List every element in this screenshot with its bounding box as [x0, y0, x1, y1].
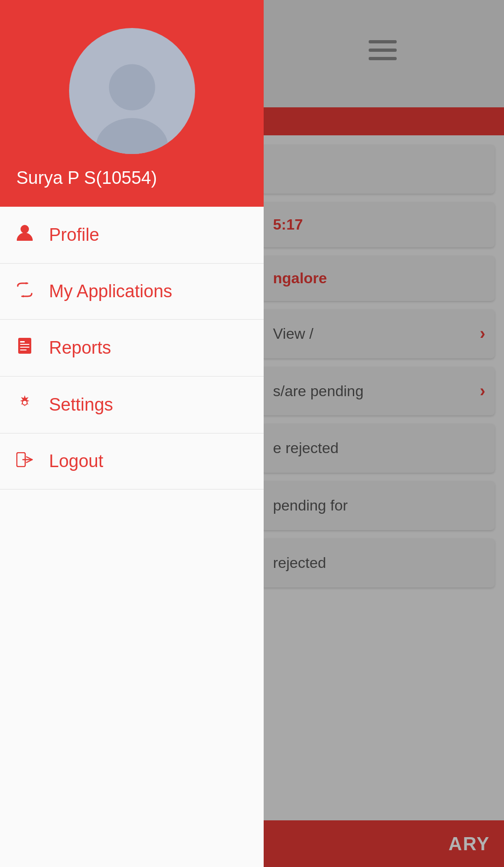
sidebar-item-settings[interactable]: Settings	[0, 377, 264, 434]
avatar-container	[69, 28, 195, 154]
logout-icon	[14, 452, 35, 471]
svg-point-4	[96, 118, 168, 154]
svg-rect-10	[20, 350, 27, 350]
sidebar-item-profile[interactable]: Profile	[0, 207, 264, 264]
sidebar-item-my-applications[interactable]: My Applications	[0, 264, 264, 320]
person-icon	[14, 224, 35, 245]
sidebar-item-logout[interactable]: Logout	[0, 434, 264, 489]
report-icon	[14, 337, 35, 358]
settings-label: Settings	[49, 395, 113, 415]
drawer-menu: Profile My Applications	[0, 207, 264, 867]
svg-rect-8	[20, 344, 29, 345]
logout-label: Logout	[49, 451, 103, 471]
drawer-username: Surya P S(10554)	[14, 168, 157, 188]
svg-point-5	[21, 225, 29, 233]
profile-label: Profile	[49, 225, 99, 245]
side-drawer: Surya P S(10554) Profile My App	[0, 0, 264, 867]
sidebar-item-reports[interactable]: Reports	[0, 320, 264, 377]
svg-rect-9	[20, 347, 29, 348]
avatar-icon	[81, 51, 183, 154]
settings-icon	[14, 394, 35, 415]
svg-point-3	[109, 64, 155, 111]
my-applications-label: My Applications	[49, 281, 172, 301]
svg-rect-7	[20, 341, 25, 343]
svg-rect-6	[18, 338, 31, 354]
sync-icon	[14, 282, 35, 301]
reports-label: Reports	[49, 338, 111, 358]
svg-point-12	[23, 401, 27, 405]
drawer-header: Surya P S(10554)	[0, 0, 264, 207]
